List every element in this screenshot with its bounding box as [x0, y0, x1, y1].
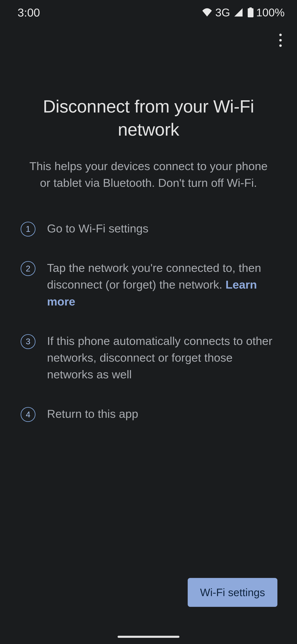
network-type-label: 3G: [215, 6, 230, 19]
step-item: 2 Tap the network you're connected to, t…: [21, 260, 279, 310]
status-time: 3:00: [17, 6, 40, 19]
status-bar: 3:00 3G 100%: [0, 0, 297, 23]
svg-rect-0: [248, 8, 254, 17]
step-text: Tap the network you're connected to, the…: [47, 260, 279, 310]
battery-percent-label: 100%: [256, 6, 285, 19]
more-options-icon[interactable]: [274, 31, 287, 50]
step-item: 4 Return to this app: [21, 406, 279, 422]
step-number-badge: 2: [21, 261, 35, 276]
step-text: Go to Wi-Fi settings: [47, 220, 279, 237]
battery-icon: [248, 8, 254, 17]
step-number-badge: 4: [21, 407, 35, 422]
page-subtitle: This helps your devices connect to your …: [18, 158, 279, 191]
main-content: Disconnect from your Wi-Fi network This …: [0, 58, 297, 422]
status-icons: 3G 100%: [202, 6, 285, 19]
step-number-badge: 1: [21, 222, 35, 236]
wifi-icon: [202, 8, 212, 16]
wifi-settings-button[interactable]: Wi-Fi settings: [188, 578, 278, 607]
step-number-badge: 3: [21, 334, 35, 349]
steps-list: 1 Go to Wi-Fi settings 2 Tap the network…: [18, 220, 279, 422]
step-text: Return to this app: [47, 406, 279, 422]
svg-rect-1: [249, 8, 252, 9]
signal-icon: [234, 8, 243, 16]
step-item: 1 Go to Wi-Fi settings: [21, 220, 279, 237]
page-title: Disconnect from your Wi-Fi network: [18, 95, 279, 141]
app-bar: [0, 23, 297, 58]
navigation-handle[interactable]: [118, 636, 179, 638]
action-bar: Wi-Fi settings: [188, 578, 278, 607]
step-item: 3 If this phone automatically connects t…: [21, 332, 279, 383]
step-text: If this phone automatically connects to …: [47, 332, 279, 383]
